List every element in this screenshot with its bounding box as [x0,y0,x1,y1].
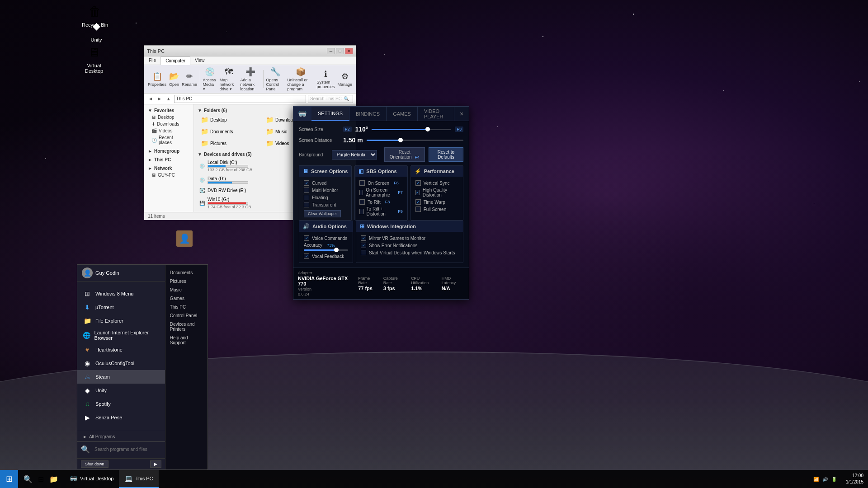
forward-button[interactable]: ► [156,96,163,101]
start-item-oculus[interactable]: ◉ OculusConfigTool [77,357,165,370]
on-screen-ana-checkbox[interactable] [359,190,363,195]
screen-distance-slider[interactable] [367,140,463,141]
access-media-btn[interactable]: 💿 Access Media ▾ [203,67,217,91]
chevron-icon2: ► [148,149,152,154]
reset-orientation-button[interactable]: Reset Orientation F4 [384,147,425,162]
taskbar-task-view-icon[interactable]: ⊟ [36,474,46,484]
homegroup-header[interactable]: ► Homegroup [144,148,193,155]
hq-distortion-checkbox[interactable] [415,190,420,195]
sidebar-videos[interactable]: 🎬Videos [144,127,193,134]
address-bar[interactable]: This PC [174,95,306,103]
right-music[interactable]: Music [165,286,208,294]
manage-btn[interactable]: ⚙ Manage [337,71,352,87]
right-pictures[interactable]: Pictures [165,277,208,286]
right-documents[interactable]: Documents [165,268,208,277]
reset-defaults-button[interactable]: Reset to Defaults [429,147,463,162]
close-button[interactable]: × [454,107,469,121]
start-item-windows8[interactable]: ⊞ Windows 8 Menu [77,287,165,300]
taskbar-search-icon[interactable]: 🔍 [22,474,34,484]
screen-size-thumb[interactable] [425,127,430,131]
accuracy-thumb[interactable] [334,248,339,252]
up-button[interactable]: ▲ [165,96,172,101]
accuracy-slider[interactable] [304,249,348,251]
full-screen-checkbox[interactable] [415,206,421,212]
maximize-button[interactable]: □ [336,48,344,54]
network-header[interactable]: ► Network [144,165,193,172]
on-screen-checkbox[interactable] [359,180,365,186]
screen-size-key-right[interactable]: F3 [455,127,463,132]
screen-size-slider[interactable] [372,129,451,130]
floating-checkbox[interactable] [304,195,309,200]
map-drive-btn[interactable]: 🗺 Map network drive ▾ [220,67,238,91]
start-search-input[interactable] [92,445,161,454]
start-item-ie[interactable]: 🌐 Launch Internet Explorer Browser [77,328,165,343]
system-prop-btn[interactable]: ℹ System properties [316,69,335,89]
multi-monitor-checkbox[interactable] [304,188,309,193]
shutdown-button[interactable]: Shut down [81,460,108,468]
taskbar-virtual-desktop[interactable]: 🥽 Virtual Desktop [64,470,119,488]
start-item-spotify[interactable]: ♫ Spotify [77,397,165,411]
tab-file[interactable]: File [144,56,160,65]
taskbar-this-pc[interactable]: 💻 This PC [119,470,158,488]
background-select[interactable]: Purple Nebula [332,150,377,160]
start-item-senza[interactable]: ▶ Senza Pese [77,411,165,424]
show-errors-checkbox[interactable] [361,243,366,248]
tab-bindings[interactable]: BINDINGS [349,107,387,121]
right-devices[interactable]: Devices and Printers [165,320,208,333]
transparent-checkbox[interactable] [304,202,309,207]
close-button[interactable]: × [345,48,353,54]
right-help[interactable]: Help and Support [165,333,208,347]
time-warp-checkbox[interactable] [415,199,421,205]
add-network-btn[interactable]: ➕ Add a network location [240,67,260,91]
clear-wallpaper-button[interactable]: Clear Wallpaper [304,210,341,217]
mirror-vr-checkbox[interactable] [361,235,366,241]
this-pc-header[interactable]: ► This PC [144,156,193,163]
sidebar-desktop[interactable]: 🖥Desktop [144,114,193,121]
folder-pictures[interactable]: 📁Pictures [198,138,261,148]
voice-commands-checkbox[interactable] [304,235,309,241]
tab-video-player[interactable]: VIDEO PLAYER [418,107,454,121]
to-rift-checkbox[interactable] [359,199,365,205]
minimize-button[interactable]: ─ [327,48,335,54]
sidebar-guy-pc[interactable]: 🖥GUY-PC [144,172,193,178]
sidebar-recent[interactable]: 🕐Recent places [144,134,193,146]
rename-btn[interactable]: ✏ Rename [182,71,197,87]
to-rift-dist-checkbox[interactable] [359,209,363,214]
open-btn[interactable]: 📂 Open [169,71,179,87]
tab-computer[interactable]: Computer [160,56,190,65]
vocal-feedback-checkbox[interactable] [304,253,309,259]
back-button[interactable]: ◄ [147,96,154,101]
start-with-windows-checkbox[interactable] [361,250,366,255]
start-button[interactable]: ⊞ [0,470,18,488]
screen-size-key-left[interactable]: F2 [343,127,352,132]
start-item-steam[interactable]: ♨ Steam [77,370,165,384]
folder-documents[interactable]: 📁Documents [198,127,261,136]
desktop-icon-unity[interactable]: ◆ Unity [80,17,112,42]
search-box[interactable]: Search This PC 🔍 [308,95,353,103]
desktop-icon-virtual-desktop[interactable]: 🖥 Virtual Desktop [78,43,110,74]
start-item-file-explorer[interactable]: 📁 File Explorer [77,314,165,328]
favorites-header[interactable]: ▼ Favorites [144,107,193,114]
properties-btn[interactable]: 📋 Properties [148,71,166,87]
shutdown-arrow-button[interactable]: ▶ [150,460,161,468]
right-games[interactable]: Games [165,294,208,303]
performance-label: Performance [424,169,454,174]
right-control-panel[interactable]: Control Panel [165,311,208,320]
vsync-checkbox[interactable] [415,180,421,186]
multi-monitor-label: Multi-Monitor [312,188,338,193]
start-item-utorrent[interactable]: ⬇ µTorrent [77,300,165,314]
screen-distance-thumb[interactable] [398,138,403,142]
all-programs-item[interactable]: ► All Programs [77,432,165,441]
tab-view[interactable]: View [190,56,209,65]
right-this-pc[interactable]: This PC [165,303,208,311]
start-item-hearthstone[interactable]: ♥ Hearthstone [77,343,165,357]
sidebar-downloads[interactable]: ⬇Downloads [144,121,193,127]
curved-checkbox[interactable] [304,180,309,186]
control-panel-btn[interactable]: 🔧 Opens Control Panel [266,67,284,91]
folder-desktop[interactable]: 📁Desktop [198,115,261,125]
uninstall-btn[interactable]: 📦 Uninstall or change a program [287,67,314,91]
taskbar-file-manager-icon[interactable]: 📁 [47,474,60,484]
tab-settings[interactable]: SETTINGS [311,107,349,121]
tab-games[interactable]: GAMES [387,107,418,121]
start-item-unity[interactable]: ◆ Unity [77,384,165,397]
